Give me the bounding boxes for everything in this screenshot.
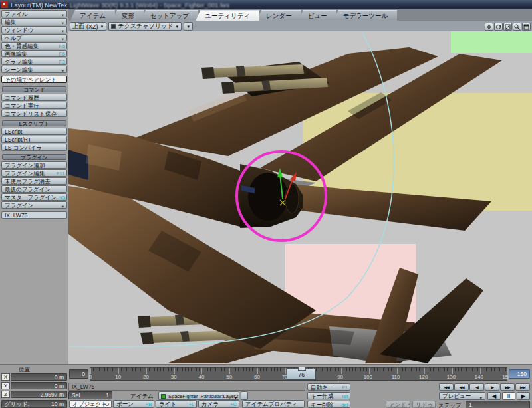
position-y-field[interactable]: 0 m: [11, 382, 67, 389]
viewport-options-dropdown[interactable]: ▼: [184, 22, 193, 31]
surface-editor-button[interactable]: 色・質感編集F5: [1, 42, 67, 49]
ruler-tick-label: 50: [226, 374, 232, 380]
command-history-button[interactable]: コマンド履歴: [1, 94, 67, 101]
tab-modeler-tools[interactable]: モデラーツール: [334, 10, 398, 21]
shading-mode-icon: [111, 24, 116, 29]
play-forward-button[interactable]: ▶: [517, 392, 530, 400]
tab-render[interactable]: レンダー: [257, 10, 301, 21]
chevron-down-icon: ▼: [61, 12, 65, 17]
prev-keyframe-button[interactable]: ◀◀: [454, 383, 469, 391]
redo-button[interactable]: リドゥ: [412, 401, 436, 408]
graph-editor-button[interactable]: グラフ編集F2: [1, 58, 67, 65]
create-key-button[interactable]: キー作成ret: [307, 392, 350, 399]
tab-utilities[interactable]: ユーティリティ: [196, 10, 259, 21]
ruler-tick-label: 110: [392, 374, 400, 380]
lscript-rt-button[interactable]: LScript/RT: [1, 136, 67, 143]
axis-y-label: Y: [1, 382, 10, 389]
step-back-button[interactable]: ◀|: [469, 383, 484, 391]
ls-compiler-button[interactable]: LS コンパイラ: [1, 144, 67, 151]
main-tab-bar: アイテム 変形 セットアップ ユーティリティ レンダー ビュー モデラーツール: [68, 9, 532, 21]
ruler-tick-label: 100: [364, 374, 372, 380]
command-section-header: コマンド: [2, 86, 66, 92]
go-to-end-button[interactable]: ▶▶|: [515, 383, 530, 391]
last-plugin-button[interactable]: 最後のプラグイン: [1, 185, 67, 193]
auto-key-button[interactable]: 自動キーF1: [307, 383, 350, 391]
master-plugins-button[interactable]: マスタープラグイン^Q: [1, 193, 67, 201]
viewport-canvas[interactable]: [68, 31, 532, 364]
shading-mode-dropdown[interactable]: テクスチャソリッド ▼: [108, 22, 182, 31]
orbit-icon[interactable]: [494, 23, 503, 31]
tab-view[interactable]: ビュー: [299, 10, 336, 21]
viewport-toolbar: 上面 (XZ) ▼ テクスチャソリッド ▼ ▼: [68, 21, 532, 31]
image-editor-button[interactable]: 画像編集F6: [1, 50, 67, 57]
menu-help[interactable]: ヘルプ▼: [1, 34, 67, 41]
ruler-tick-label: 140: [475, 374, 483, 380]
current-item-dropdown[interactable]: SpaceFighter_Particular:Layer2 ▼: [158, 391, 239, 400]
parent-in-place-button[interactable]: その場でペアレント: [1, 76, 67, 83]
frame-slider-handle[interactable]: 76: [287, 369, 316, 380]
view-axis-label: (XZ): [86, 23, 98, 30]
chevron-down-icon: ▼: [234, 394, 237, 400]
chevron-down-icon: ▼: [61, 68, 65, 73]
plugin-section-header: プラグイン: [2, 154, 66, 160]
undo-button[interactable]: アンドゥ: [386, 401, 410, 408]
lightwave-layout-window: Layout(TM) NewTek LightWave 3D(R) 9.3.1 …: [0, 0, 532, 408]
object-icon: [161, 394, 166, 399]
tab-items[interactable]: アイテム: [70, 10, 115, 21]
mode-lights-button[interactable]: ライト+L: [156, 400, 197, 408]
mode-objects-button[interactable]: オブジェクト+O: [69, 400, 112, 408]
mode-bones-button[interactable]: ボーン+B: [113, 400, 154, 408]
item-properties-button[interactable]: アイテムプロパティ: [242, 400, 305, 408]
position-z-field[interactable]: -2.9697 m: [11, 391, 67, 398]
save-command-list-button[interactable]: コマンドリスト保存: [1, 110, 67, 117]
preview-dropdown[interactable]: プレビュー ▼: [439, 392, 485, 400]
current-tool-status: IX_LW75: [68, 383, 305, 391]
next-keyframe-button[interactable]: ▶▶: [500, 383, 515, 391]
overlay-rect-green: [451, 31, 532, 53]
axis-z-label: Z: [1, 391, 10, 398]
step-label: ステップ: [438, 402, 462, 408]
go-to-start-button[interactable]: |◀◀: [439, 383, 454, 391]
viewport-nav-icons: [485, 23, 531, 31]
clear-unused-plugins-button[interactable]: 未使用プラグ消去: [1, 177, 67, 185]
plugins-dropdown[interactable]: プラグイン▼: [1, 201, 67, 209]
delete-key-button[interactable]: キー削除del: [307, 401, 350, 408]
menu-file[interactable]: ファイル▼: [1, 10, 67, 17]
dolly-icon[interactable]: [503, 23, 512, 31]
ruler-tick-label: 30: [171, 374, 177, 380]
lscript-button[interactable]: LScript: [1, 128, 67, 135]
start-frame-field[interactable]: 0: [69, 369, 88, 379]
item-list-button[interactable]: [241, 391, 248, 400]
chevron-down-icon: ▼: [61, 28, 65, 33]
chevron-down-icon: ▼: [61, 203, 65, 209]
view-mode-dropdown[interactable]: 上面 (XZ) ▼: [70, 22, 106, 31]
lscript-section-header: Lスクリプト: [2, 120, 66, 126]
tab-modify[interactable]: 変形: [112, 10, 144, 21]
window-title: Layout(TM) NewTek: [11, 1, 67, 9]
menu-window[interactable]: ウィンドウ▼: [1, 26, 67, 33]
command-input-button[interactable]: コマンド実行: [1, 102, 67, 109]
edit-plugin-button[interactable]: プラグイン編集F11: [1, 169, 67, 177]
shading-mode-label: テクスチャソリッド: [118, 22, 173, 31]
plugin-result-item[interactable]: IX_LW75: [1, 211, 67, 219]
ruler-tick-label: 120: [419, 374, 428, 380]
play-reverse-button[interactable]: ◀: [487, 392, 501, 400]
tab-setup[interactable]: セットアップ: [141, 10, 198, 21]
ruler-tick-label: 0: [89, 374, 92, 380]
timeline-ruler[interactable]: 0102030405060708090100110120130140150 76: [90, 367, 507, 381]
menu-edit[interactable]: 編集▼: [1, 18, 67, 25]
position-x-field[interactable]: 0 m: [11, 373, 67, 381]
ruler-tick-label: 60: [254, 374, 260, 380]
magnifier-icon[interactable]: [513, 23, 521, 31]
step-field[interactable]: 1: [466, 401, 530, 408]
pause-button[interactable]: II: [502, 392, 515, 400]
mode-cameras-button[interactable]: カメラ+C: [198, 400, 239, 408]
scene-editor-button[interactable]: シーン編集▼: [1, 66, 67, 73]
pan-icon[interactable]: [485, 23, 493, 31]
ruler-tick-label: 130: [447, 374, 456, 380]
maximize-viewport-icon[interactable]: [522, 23, 531, 31]
add-plugin-button[interactable]: プラグイン追加: [1, 161, 67, 169]
step-forward-button[interactable]: |▶: [485, 383, 499, 391]
end-frame-field[interactable]: 150: [509, 369, 530, 379]
selection-count-field: Sel 1: [68, 391, 112, 399]
